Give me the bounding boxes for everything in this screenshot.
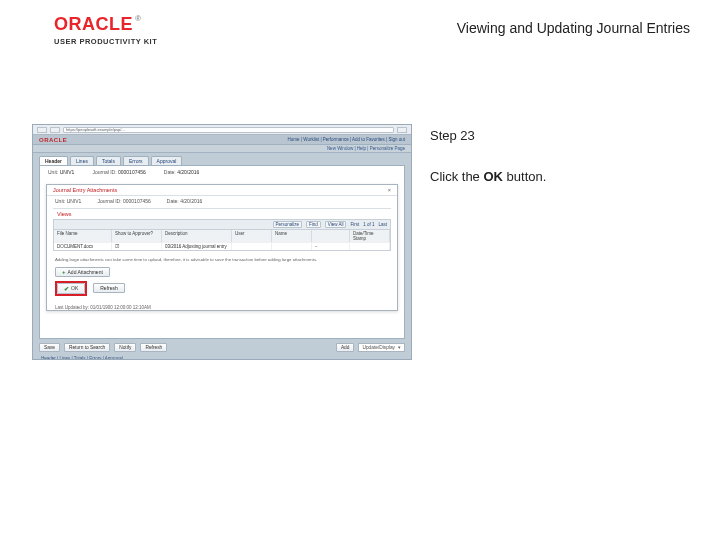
step-label: Step 23 [430,128,690,143]
tab-totals[interactable]: Totals [96,156,121,165]
date-label: Date: [164,169,176,175]
bottom-tab-links[interactable]: Header | Lines | Totals | Errors | Appro… [41,356,403,360]
return-search-button[interactable]: Return to Search [64,343,110,352]
browser-back-icon[interactable] [37,127,47,133]
instruction-before: Click the [430,169,483,184]
close-icon[interactable]: × [388,187,391,193]
page-action-bar: Save Return to Search Notify Refresh Add… [39,343,405,352]
brand-logo: ORACLE® USER PRODUCTIVITY KIT [54,14,157,46]
browser-menu-icon[interactable] [397,127,407,133]
instruction-after: button. [503,169,546,184]
col-description: Description [162,230,232,242]
tab-errors[interactable]: Errors [123,156,149,165]
grid-personalize[interactable]: Personalize [273,221,303,228]
grid-viewall[interactable]: View All [325,221,347,228]
dialog-jid-value: 0000107456 [123,198,151,204]
app-header: ORACLE Home | Worklist | Performance | A… [33,135,411,145]
dialog-date-value: 4/20/2016 [180,198,202,204]
tab-lines[interactable]: Lines [70,156,94,165]
attachments-table: File Name Show to Approver? Description … [53,230,391,251]
journalid-value: 0000107456 [118,169,146,175]
grid-find[interactable]: Find [306,221,321,228]
check-icon: ✔ [64,285,69,292]
col-name: Name [272,230,312,242]
app-header-links[interactable]: Home | Worklist | Performance | Add to F… [288,137,405,142]
last-updated-value: 01/01/1900 12:00:00 12:10AM [90,305,151,310]
browser-forward-icon[interactable] [50,127,60,133]
grid-first[interactable]: First [350,222,359,227]
add-attachment-button[interactable]: +Add Attachment [55,267,110,277]
col-blank [312,230,350,242]
instruction-text: Click the OK button. [430,169,690,184]
app-logo: ORACLE [39,137,67,143]
dialog-jid-label: Journal ID: [97,198,121,204]
ok-button[interactable]: ✔OK [57,283,85,294]
attachment-note: Adding large attachments can take some t… [55,257,389,263]
unit-value: UNIV1 [60,169,75,175]
ok-label: OK [71,285,78,291]
col-showapprover: Show to Approver? [112,230,162,242]
brand-tm: ® [135,14,141,23]
views-section-label: Views [53,208,391,219]
dialog-title: Journal Entry Attachments [53,187,117,193]
dialog-unit-value: UNIV1 [67,198,82,204]
tab-approval[interactable]: Approval [151,156,183,165]
browser-toolbar: https://peoplesoft.example/psp/... [33,125,411,135]
app-subheader-links[interactable]: New Window | Help | Personalize Page [33,145,411,153]
embedded-screenshot: https://peoplesoft.example/psp/... ORACL… [32,124,412,360]
brand-subtitle: USER PRODUCTIVITY KIT [54,37,157,46]
dialog-unit-label: Unit: [55,198,65,204]
table-row: DOCUMENT.docx ☑ 03/2016 Adjusting journa… [54,242,390,250]
header-fields: Unit: UNIV1 Journal ID: 0000107456 Date:… [40,166,404,178]
cell-delete-icon[interactable]: − [312,242,350,250]
unit-label: Unit: [48,169,58,175]
tab-strip: Header Lines Totals Errors Approval [33,153,411,165]
main-panel: Unit: UNIV1 Journal ID: 0000107456 Date:… [39,165,405,339]
add-button[interactable]: Add [336,343,355,352]
add-attachment-label: Add Attachment [68,269,103,275]
save-button[interactable]: Save [39,343,60,352]
attachments-dialog: Journal Entry Attachments × Unit: UNIV1 … [46,184,398,311]
last-updated: Last Updated by: 01/01/1900 12:00:00 12:… [47,302,397,310]
dialog-date-label: Date: [167,198,179,204]
tab-header[interactable]: Header [39,156,68,165]
grid-last[interactable]: Last [378,222,387,227]
cell-showapprover[interactable]: ☑ [112,242,162,250]
notify-button[interactable]: Notify [114,343,136,352]
cell-name [272,242,312,250]
col-filename: File Name [54,230,112,242]
plus-icon: + [62,269,66,275]
brand-name: ORACLE [54,14,133,34]
col-datetime: Date/Time Stamp [350,230,390,242]
cell-user [232,242,272,250]
dialog-header-fields: Unit: UNIV1 Journal ID: 0000107456 Date:… [47,196,397,206]
page-title: Viewing and Updating Journal Entries [457,20,690,36]
instruction-bold: OK [483,169,503,184]
ok-button-highlight: ✔OK [55,281,87,296]
cell-filename[interactable]: DOCUMENT.docx [54,242,112,250]
address-bar[interactable]: https://peoplesoft.example/psp/... [63,127,394,133]
update-display-select[interactable]: Update/Display [358,343,405,352]
instruction-panel: Step 23 Click the OK button. [430,128,690,184]
cell-datetime [350,242,390,250]
date-value: 4/20/2016 [177,169,199,175]
journalid-label: Journal ID: [92,169,116,175]
grid-toolbar: Personalize Find View All First 1 of 1 L… [53,219,391,230]
last-updated-label: Last Updated by: [55,305,89,310]
col-user: User [232,230,272,242]
cell-description[interactable]: 03/2016 Adjusting journal entry [162,242,232,250]
grid-counter: 1 of 1 [363,222,374,227]
refresh-button[interactable]: Refresh [93,283,125,293]
page-refresh-button[interactable]: Refresh [140,343,167,352]
